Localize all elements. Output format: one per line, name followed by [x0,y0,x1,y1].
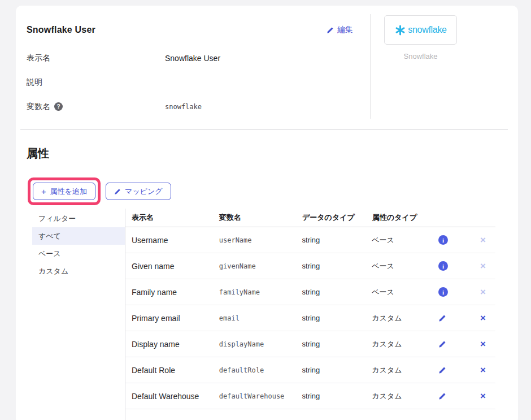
edit-attribute-icon[interactable] [438,392,446,400]
info-icon[interactable]: i [438,235,448,245]
field-variable-name: 変数名 ? snowflake [27,102,353,111]
field-description: 説明 [27,77,353,87]
cell-attribute-type: カスタム [365,365,429,375]
cell-attribute-type: ベース [365,287,429,297]
cell-display-name: Default Role [125,366,213,375]
edit-attribute-icon[interactable] [438,314,446,322]
cell-attribute-type: カスタム [365,391,429,401]
attributes-section: 属性 + 属性を追加 マッピング フィルター すべて ベース カスタ [16,146,518,420]
field-display-name: 表示名 Snowflake User [27,53,353,63]
attributes-heading: 属性 [27,146,518,161]
app-logo-caption: Snowflake [384,52,457,60]
column-header-attribute-type: 属性のタイプ [366,213,429,223]
add-attribute-button-label: 属性を追加 [50,187,87,197]
app-logo-panel: snowflake Snowflake [370,14,518,119]
column-header-display-name: 表示名 [125,213,213,223]
table-row: Primary email email string カスタム × [125,305,495,331]
attributes-table: 表示名 変数名 データのタイプ 属性のタイプ Username userName… [125,209,495,420]
cell-variable-name: displayName [213,340,296,348]
cell-display-name: Username [125,236,213,245]
edit-attribute-icon[interactable] [438,366,446,374]
remove-attribute-icon: × [480,235,486,245]
cell-variable-name: givenName [213,262,296,270]
attribute-filter-list: フィルター すべて ベース カスタム [32,209,125,420]
cell-data-type: string [296,392,366,400]
pencil-icon [327,27,334,34]
cell-display-name: Default Warehouse [125,392,213,401]
section-divider [20,129,508,130]
cell-display-name: Given name [125,262,213,271]
mapping-button-label: マッピング [125,187,163,197]
cell-data-type: string [296,314,366,322]
field-value: Snowflake User [165,54,220,63]
table-row: Given name givenName string ベース i × [125,253,495,279]
snowflake-logo-icon [394,24,406,36]
cell-attribute-type: ベース [365,261,429,271]
remove-attribute-icon[interactable]: × [480,313,486,323]
cell-variable-name: familyName [213,288,296,296]
cell-attribute-type: カスタム [365,313,429,323]
cell-data-type: string [296,288,366,296]
filter-option-all[interactable]: すべて [32,227,125,245]
column-header-variable-name: 変数名 [213,213,296,223]
cell-display-name: Display name [125,340,213,349]
table-row: Default Warehouse defaultWarehouse strin… [125,383,495,409]
cell-data-type: string [296,262,366,270]
field-label: 変数名 ? [27,102,165,112]
help-icon[interactable]: ? [54,102,63,111]
field-label-text: 変数名 [27,102,50,112]
table-row: Username userName string ベース i × [125,227,495,253]
field-value: snowflake [165,103,202,111]
annotation-highlight-box: + 属性を追加 [28,177,101,205]
edit-button[interactable]: 編集 [327,25,353,35]
snowflake-wordmark: snowflake [408,25,446,35]
info-icon[interactable]: i [438,261,448,271]
table-header-row: 表示名 変数名 データのタイプ 属性のタイプ [125,209,495,227]
cell-variable-name: userName [213,236,296,244]
edit-button-label: 編集 [337,25,353,35]
page-title: Snowflake User [27,25,95,35]
app-detail-card: Snowflake User 編集 表示名 Snowflake User 説明 [16,6,518,420]
mapping-button[interactable]: マッピング [106,183,171,200]
remove-attribute-icon[interactable]: × [480,339,486,349]
cell-display-name: Primary email [125,314,213,323]
cell-variable-name: defaultWarehouse [213,392,296,400]
table-row: Default Role defaultRole string カスタム × [125,357,495,383]
cell-display-name: Family name [125,288,213,297]
field-label: 説明 [27,77,165,88]
cell-attribute-type: カスタム [365,339,429,349]
cell-attribute-type: ベース [365,235,429,245]
plus-icon: + [41,187,46,196]
remove-attribute-icon[interactable]: × [480,391,486,401]
cell-data-type: string [296,340,366,348]
filter-list-header: フィルター [32,210,125,227]
table-row: Display name displayName string カスタム × [125,331,495,357]
info-icon[interactable]: i [438,287,448,297]
app-info-main: Snowflake User 編集 表示名 Snowflake User 説明 [16,6,370,129]
table-row-partial [125,409,495,420]
add-attribute-button[interactable]: + 属性を追加 [33,183,95,200]
cell-data-type: string [296,366,366,374]
pencil-icon [114,188,121,195]
remove-attribute-icon: × [480,261,486,271]
remove-attribute-icon[interactable]: × [480,365,486,375]
cell-variable-name: defaultRole [213,366,296,374]
column-header-data-type: データのタイプ [296,213,366,223]
filter-option-custom[interactable]: カスタム [32,262,125,280]
app-info-section: Snowflake User 編集 表示名 Snowflake User 説明 [16,6,518,129]
filter-option-base[interactable]: ベース [32,245,125,262]
remove-attribute-icon: × [480,287,486,297]
cell-data-type: string [296,236,366,244]
field-label: 表示名 [27,53,165,63]
cell-variable-name: email [213,314,296,322]
app-logo-card: snowflake [384,15,457,45]
edit-attribute-icon[interactable] [438,340,446,348]
table-row: Family name familyName string ベース i × [125,279,495,305]
